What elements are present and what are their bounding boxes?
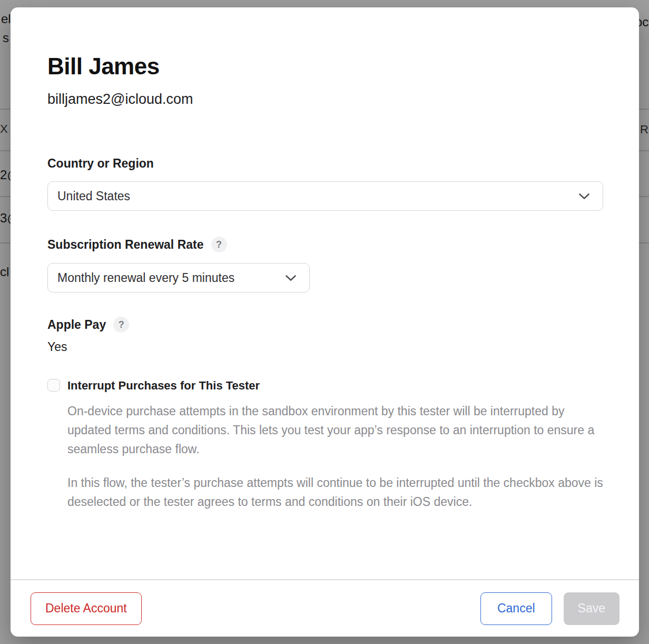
apple-pay-label-text: Apple Pay	[47, 317, 106, 332]
delete-account-button[interactable]: Delete Account	[31, 592, 142, 625]
edit-tester-dialog: Bill James billjames2@icloud.com Country…	[11, 7, 639, 637]
interrupt-purchases-row: Interrupt Purchases for This Tester	[47, 378, 603, 393]
interrupt-purchases-label[interactable]: Interrupt Purchases for This Tester	[67, 378, 260, 393]
tester-email: billjames2@icloud.com	[47, 91, 603, 108]
renewal-label-text: Subscription Renewal Rate	[47, 237, 204, 252]
renewal-select[interactable]: Monthly renewal every 5 minutes	[47, 263, 310, 292]
renewal-field: Subscription Renewal Rate ? Monthly rene…	[47, 237, 603, 292]
apple-pay-field: Apple Pay ? Yes	[47, 317, 603, 354]
dialog-footer: Delete Account Cancel Save	[11, 579, 639, 637]
interrupt-purchases-checkbox[interactable]	[47, 379, 60, 392]
chevron-down-icon	[578, 193, 590, 200]
renewal-select-value: Monthly renewal every 5 minutes	[57, 271, 234, 285]
dialog-title: Bill James	[47, 53, 603, 80]
help-icon[interactable]: ?	[211, 237, 227, 252]
cancel-button[interactable]: Cancel	[480, 592, 552, 625]
dialog-body: Bill James billjames2@icloud.com Country…	[11, 7, 639, 579]
interrupt-description-1: On-device purchase attempts in the sandb…	[67, 402, 603, 458]
apple-pay-value: Yes	[47, 340, 603, 354]
country-select-value: United States	[57, 189, 130, 203]
help-icon[interactable]: ?	[113, 317, 129, 333]
renewal-label: Subscription Renewal Rate ?	[47, 237, 603, 252]
country-select[interactable]: United States	[47, 181, 603, 211]
save-button[interactable]: Save	[564, 592, 620, 625]
country-label-text: Country or Region	[47, 156, 154, 171]
apple-pay-label: Apple Pay ?	[47, 317, 603, 333]
footer-actions: Cancel Save	[480, 592, 620, 625]
country-field: Country or Region United States	[47, 156, 603, 211]
country-label: Country or Region	[47, 156, 603, 171]
interrupt-description-2: In this flow, the tester’s purchase atte…	[67, 473, 603, 511]
chevron-down-icon	[285, 275, 297, 281]
